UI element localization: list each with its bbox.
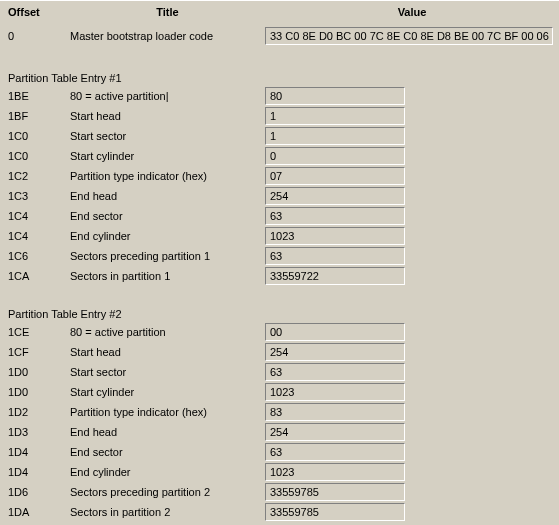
table-row: 1CFStart head254 — [0, 342, 559, 362]
offset-cell: 1D4 — [0, 466, 70, 478]
value-field[interactable]: 0 — [265, 147, 405, 165]
value-field[interactable]: 80 — [265, 87, 405, 105]
offset-cell: 1BF — [0, 110, 70, 122]
table-row: 1D2Partition type indicator (hex)83 — [0, 402, 559, 422]
title-cell: End sector — [70, 446, 265, 458]
table-row: 1D3End head254 — [0, 422, 559, 442]
offset-cell: 1C4 — [0, 210, 70, 222]
table-row: 1C4End sector63 — [0, 206, 559, 226]
title-cell: Start cylinder — [70, 150, 265, 162]
table-row: 1C3End head254 — [0, 186, 559, 206]
value-cell: 63 — [265, 207, 559, 225]
offset-cell: 1D0 — [0, 366, 70, 378]
value-cell: 00 — [265, 323, 559, 341]
offset-cell: 1D3 — [0, 426, 70, 438]
value-cell: 07 — [265, 167, 559, 185]
title-cell: Sectors in partition 2 — [70, 506, 265, 518]
value-cell: 254 — [265, 187, 559, 205]
header-value: Value — [265, 6, 559, 18]
value-cell: 1023 — [265, 463, 559, 481]
offset-cell: 1CF — [0, 346, 70, 358]
offset-cell: 0 — [0, 30, 70, 42]
header-title: Title — [70, 6, 265, 18]
value-field[interactable]: 33 C0 8E D0 BC 00 7C 8E C0 8E D8 BE 00 7… — [265, 27, 553, 45]
title-cell: Sectors in partition 1 — [70, 270, 265, 282]
value-field[interactable]: 254 — [265, 187, 405, 205]
header-offset: Offset — [0, 6, 70, 18]
title-cell: Start sector — [70, 366, 265, 378]
offset-cell: 1C0 — [0, 130, 70, 142]
section-label: Partition Table Entry #1 — [0, 72, 122, 84]
title-cell: End sector — [70, 210, 265, 222]
section-header: Partition Table Entry #2 — [0, 286, 559, 322]
title-cell: End cylinder — [70, 230, 265, 242]
offset-cell: 1D4 — [0, 446, 70, 458]
title-cell: Sectors preceding partition 1 — [70, 250, 265, 262]
section-header: Partition Table Entry #1 — [0, 50, 559, 86]
table-row: 0 Master bootstrap loader code 33 C0 8E … — [0, 22, 559, 50]
offset-cell: 1CA — [0, 270, 70, 282]
offset-cell: 1C2 — [0, 170, 70, 182]
value-cell: 254 — [265, 423, 559, 441]
title-cell: End cylinder — [70, 466, 265, 478]
value-cell: 0 — [265, 147, 559, 165]
value-cell: 33 C0 8E D0 BC 00 7C 8E C0 8E D8 BE 00 7… — [265, 27, 559, 45]
title-cell: Master bootstrap loader code — [70, 30, 265, 42]
column-header-row: Offset Title Value — [0, 0, 559, 22]
table-row: 1D0Start cylinder1023 — [0, 382, 559, 402]
title-cell: Start cylinder — [70, 386, 265, 398]
title-cell: End head — [70, 190, 265, 202]
table-row: 1D4End sector63 — [0, 442, 559, 462]
offset-cell: 1C3 — [0, 190, 70, 202]
table-row: 1CASectors in partition 133559722 — [0, 266, 559, 286]
value-field[interactable]: 33559785 — [265, 483, 405, 501]
value-cell: 63 — [265, 363, 559, 381]
value-cell: 63 — [265, 443, 559, 461]
value-cell: 33559722 — [265, 267, 559, 285]
value-cell: 1023 — [265, 227, 559, 245]
value-field[interactable]: 07 — [265, 167, 405, 185]
title-cell: 80 = active partition| — [70, 90, 265, 102]
offset-cell: 1C6 — [0, 250, 70, 262]
offset-cell: 1D6 — [0, 486, 70, 498]
table-row: 1C2Partition type indicator (hex)07 — [0, 166, 559, 186]
value-field[interactable]: 254 — [265, 343, 405, 361]
value-field[interactable]: 83 — [265, 403, 405, 421]
value-cell: 254 — [265, 343, 559, 361]
offset-cell: 1C0 — [0, 150, 70, 162]
value-field[interactable]: 63 — [265, 247, 405, 265]
value-field[interactable]: 1 — [265, 107, 405, 125]
value-field[interactable]: 63 — [265, 443, 405, 461]
value-field[interactable]: 63 — [265, 207, 405, 225]
value-cell: 1 — [265, 127, 559, 145]
value-field[interactable]: 1023 — [265, 463, 405, 481]
title-cell: Start head — [70, 110, 265, 122]
value-field[interactable]: 63 — [265, 363, 405, 381]
table-row: 1BE80 = active partition|80 — [0, 86, 559, 106]
value-cell: 80 — [265, 87, 559, 105]
value-cell: 63 — [265, 247, 559, 265]
value-field[interactable]: 254 — [265, 423, 405, 441]
value-field[interactable]: 1 — [265, 127, 405, 145]
table-row: 1C0Start cylinder0 — [0, 146, 559, 166]
title-cell: Partition type indicator (hex) — [70, 170, 265, 182]
section-label: Partition Table Entry #2 — [0, 308, 122, 320]
value-field[interactable]: 1023 — [265, 383, 405, 401]
title-cell: Sectors preceding partition 2 — [70, 486, 265, 498]
table-row: 1DASectors in partition 233559785 — [0, 502, 559, 522]
table-row: 1C4End cylinder1023 — [0, 226, 559, 246]
table-row: 1CE80 = active partition00 — [0, 322, 559, 342]
title-cell: End head — [70, 426, 265, 438]
value-field[interactable]: 33559722 — [265, 267, 405, 285]
table-row: 1D6Sectors preceding partition 233559785 — [0, 482, 559, 502]
value-field[interactable]: 33559785 — [265, 503, 405, 521]
table-row: 1BFStart head1 — [0, 106, 559, 126]
value-field[interactable]: 00 — [265, 323, 405, 341]
value-field[interactable]: 1023 — [265, 227, 405, 245]
value-cell: 33559785 — [265, 503, 559, 521]
title-cell: Partition type indicator (hex) — [70, 406, 265, 418]
offset-cell: 1C4 — [0, 230, 70, 242]
title-cell: 80 = active partition — [70, 326, 265, 338]
table-row: 1D0Start sector63 — [0, 362, 559, 382]
table-row: 1C0Start sector1 — [0, 126, 559, 146]
